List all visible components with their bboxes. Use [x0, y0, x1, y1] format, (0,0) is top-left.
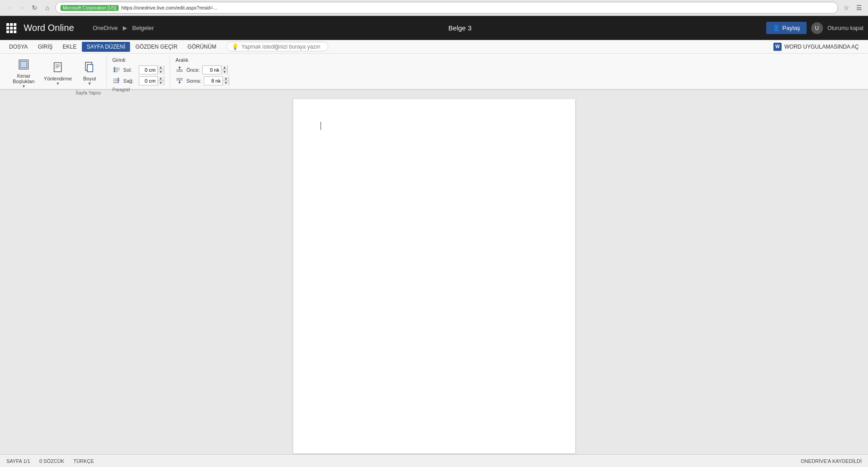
paragraph-label: Paragraf — [112, 87, 164, 92]
language: TÜRKÇE — [73, 458, 94, 464]
tell-me-input[interactable] — [241, 44, 323, 50]
tell-me-icon: 💡 — [231, 43, 239, 50]
share-label: Paylaş — [783, 25, 800, 31]
svg-rect-7 — [87, 65, 93, 72]
ribbon-menubar: DOSYA GİRİŞ EKLE SAYFA DÜZENİ GÖZDEN GEÇ… — [0, 40, 868, 54]
boyut-label: Boyut — [83, 76, 96, 81]
svg-marker-23 — [178, 82, 181, 84]
indent-left-spinbox[interactable]: ▲ ▼ — [139, 65, 164, 75]
indent-left-down[interactable]: ▼ — [157, 70, 164, 75]
spacing-before-down[interactable]: ▼ — [221, 70, 227, 75]
sayfa-yapisi-label: Sayfa Yapısı — [75, 90, 101, 96]
yonlendirme-arrow: ▼ — [56, 81, 60, 86]
kenar-bosluklari-icon — [16, 57, 31, 72]
spacing-after-spinbox[interactable]: ▲ ▼ — [204, 76, 229, 85]
svg-rect-1 — [20, 61, 27, 68]
spacing-before-arrows: ▲ ▼ — [221, 65, 227, 75]
spacing-before-up[interactable]: ▲ — [221, 65, 227, 70]
spacing-after-row: Sonra: ▲ ▼ — [176, 76, 229, 85]
waffle-grid — [6, 23, 16, 33]
spacing-before-label: Önce: — [186, 67, 200, 73]
spacing-after-label: Sonra: — [186, 78, 201, 84]
menu-dosya[interactable]: DOSYA — [5, 42, 32, 52]
address-bar[interactable]: Microsoft Corporation [US] https://onedr… — [55, 2, 838, 14]
kenar-bosluklari-label: Kenar — [17, 73, 30, 79]
spacing-after-arrows: ▲ ▼ — [222, 76, 229, 85]
spacing-after-icon — [176, 77, 184, 85]
refresh-button[interactable]: ↻ — [29, 2, 40, 13]
indent-left-row: Sol: ▲ ▼ — [112, 65, 164, 75]
yonlendirme-button[interactable]: Yönlendirme ▼ — [41, 58, 75, 88]
spacing-after-input[interactable] — [204, 77, 222, 85]
waffle-icon[interactable] — [5, 21, 18, 35]
spacing-before-row: Önce: ▲ ▼ — [176, 65, 229, 75]
nav-buttons: ← → ↻ ⌂ — [4, 2, 53, 13]
app-header: Word Online OneDrive ► Belgeler Belge 3 … — [0, 16, 868, 40]
spacing-after-up[interactable]: ▲ — [222, 76, 229, 81]
boyut-icon — [82, 60, 97, 75]
menu-ekle[interactable]: EKLE — [58, 42, 81, 52]
saved-status: ONEDRİVE'A KAYDEDİLDİ — [801, 458, 862, 464]
browser-actions: ☆ ☰ — [841, 2, 864, 13]
ribbon-spacing-section: Aralık Önce: ▲ ▼ — [170, 55, 235, 87]
spacing-before-spinbox[interactable]: ▲ ▼ — [202, 65, 228, 75]
doc-canvas-area[interactable] — [0, 90, 868, 454]
user-info: U — [811, 22, 823, 34]
menu-gozden-gecir[interactable]: GÖZDEN GEÇİR — [131, 42, 182, 52]
spacing-before-icon — [176, 66, 184, 74]
breadcrumb-separator: ► — [121, 24, 129, 32]
kenar-bosluklari-label2: Boşlukları — [13, 79, 35, 84]
header-actions: 👤 Paylaş U Oturumu kapat — [766, 22, 863, 34]
indent-right-arrows: ▲ ▼ — [157, 76, 164, 85]
logout-link[interactable]: Oturumu kapat — [828, 25, 863, 31]
doc-cursor — [321, 122, 321, 130]
kenar-bosluklari-arrow: ▼ — [22, 84, 26, 89]
boyut-arrow: ▼ — [88, 81, 92, 86]
indent-left-arrows: ▲ ▼ — [157, 65, 164, 75]
indent-right-spinbox[interactable]: ▲ ▼ — [139, 76, 164, 85]
breadcrumb: OneDrive ► Belgeler — [93, 24, 154, 32]
home-button[interactable]: ⌂ — [42, 2, 53, 13]
svg-rect-2 — [54, 63, 61, 72]
indent-right-input[interactable] — [139, 77, 157, 85]
kenar-bosluklari-button[interactable]: Kenar Boşlukları ▼ — [10, 55, 37, 90]
spacing-before-input[interactable] — [203, 66, 221, 74]
ribbon-toolbar: Kenar Boşlukları ▼ Yönlendirme ▼ — [0, 54, 868, 90]
back-button[interactable]: ← — [4, 2, 15, 13]
open-in-word-button[interactable]: W WORD UYGULAMASINDA AÇ — [769, 41, 863, 53]
user-avatar: U — [811, 22, 823, 34]
spacing-after-down[interactable]: ▼ — [222, 81, 229, 85]
indent-title: Girinti — [112, 57, 164, 63]
svg-marker-19 — [178, 66, 181, 68]
browser-chrome: ← → ↻ ⌂ Microsoft Corporation [US] https… — [0, 0, 868, 16]
ribbon-group-content: Kenar Boşlukları ▼ Yönlendirme ▼ — [10, 55, 101, 90]
ribbon-indent-section: Girinti Sol: ▲ ▼ — [107, 55, 170, 87]
indent-right-down[interactable]: ▼ — [157, 81, 164, 85]
share-person-icon: 👤 — [773, 25, 780, 31]
menu-giris[interactable]: GİRİŞ — [33, 42, 57, 52]
doc-title: Belge 3 — [159, 24, 760, 32]
word-icon: W — [773, 43, 782, 51]
indent-right-icon — [112, 77, 120, 85]
menu-gorunum[interactable]: GÖRÜNÜM — [183, 42, 221, 52]
indent-left-up[interactable]: ▲ — [157, 65, 164, 70]
breadcrumb-drive[interactable]: OneDrive — [93, 25, 118, 31]
breadcrumb-folder[interactable]: Belgeler — [132, 25, 154, 31]
word-count: 0 SÖZCÜK — [39, 458, 64, 464]
share-button[interactable]: 👤 Paylaş — [766, 22, 807, 34]
spacing-title: Aralık — [176, 57, 229, 63]
boyut-button[interactable]: Boyut ▼ — [78, 58, 101, 88]
indent-right-label: Sağ: — [123, 78, 136, 84]
indent-right-up[interactable]: ▲ — [157, 76, 164, 81]
app-title: Word Online — [24, 23, 87, 33]
indent-left-input[interactable] — [139, 66, 157, 74]
forward-button[interactable]: → — [16, 2, 27, 13]
site-badge: Microsoft Corporation [US] — [60, 5, 119, 11]
doc-page[interactable] — [293, 99, 575, 453]
menu-sayfa-duzeni[interactable]: SAYFA DÜZENİ — [82, 42, 130, 52]
settings-button[interactable]: ☰ — [853, 2, 864, 13]
tell-me-box[interactable]: 💡 — [226, 42, 328, 51]
favorites-button[interactable]: ☆ — [841, 2, 852, 13]
ribbon-group-sayfa-yapisi: Kenar Boşlukları ▼ Yönlendirme ▼ — [5, 55, 107, 87]
open-in-word-label: WORD UYGULAMASINDA AÇ — [784, 44, 859, 50]
